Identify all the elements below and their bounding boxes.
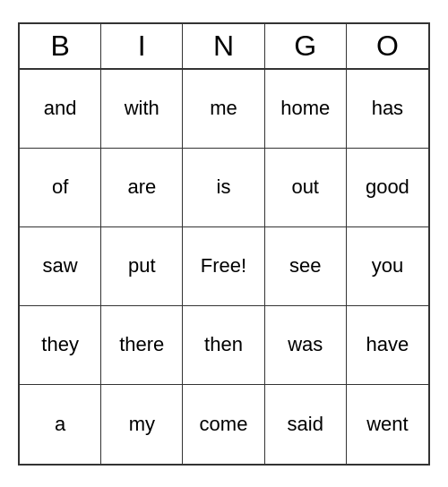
header-letter-g: G xyxy=(265,24,347,68)
bingo-card: BINGO andwithmehomehasofareisoutgoodsawp… xyxy=(18,22,430,466)
cell-r3-c1: there xyxy=(101,306,183,385)
cell-r4-c0: a xyxy=(20,385,101,464)
cell-r3-c0: they xyxy=(20,306,101,385)
cell-r0-c0: and xyxy=(20,70,101,149)
cell-r3-c4: have xyxy=(347,306,428,385)
cell-r0-c2: me xyxy=(183,70,264,149)
header-letter-o: O xyxy=(347,24,428,68)
header-letter-n: N xyxy=(183,24,264,68)
cell-r4-c2: come xyxy=(183,385,264,464)
cell-r0-c1: with xyxy=(101,70,183,149)
cell-r2-c1: put xyxy=(101,227,183,306)
cell-r3-c3: was xyxy=(265,306,347,385)
cell-r1-c2: is xyxy=(183,149,264,227)
cell-r1-c3: out xyxy=(265,149,347,227)
cell-r2-c4: you xyxy=(347,227,428,306)
header-letter-b: B xyxy=(20,24,101,68)
cell-r4-c3: said xyxy=(265,385,347,464)
header-letter-i: I xyxy=(101,24,183,68)
cell-r1-c4: good xyxy=(347,149,428,227)
cell-r0-c4: has xyxy=(347,70,428,149)
cell-r0-c3: home xyxy=(265,70,347,149)
bingo-header: BINGO xyxy=(20,24,428,70)
cell-r4-c1: my xyxy=(101,385,183,464)
cell-r2-c2: Free! xyxy=(183,227,264,306)
cell-r4-c4: went xyxy=(347,385,428,464)
cell-r2-c3: see xyxy=(265,227,347,306)
cell-r2-c0: saw xyxy=(20,227,101,306)
cell-r1-c0: of xyxy=(20,149,101,227)
cell-r1-c1: are xyxy=(101,149,183,227)
bingo-grid: andwithmehomehasofareisoutgoodsawputFree… xyxy=(20,70,428,464)
cell-r3-c2: then xyxy=(183,306,264,385)
